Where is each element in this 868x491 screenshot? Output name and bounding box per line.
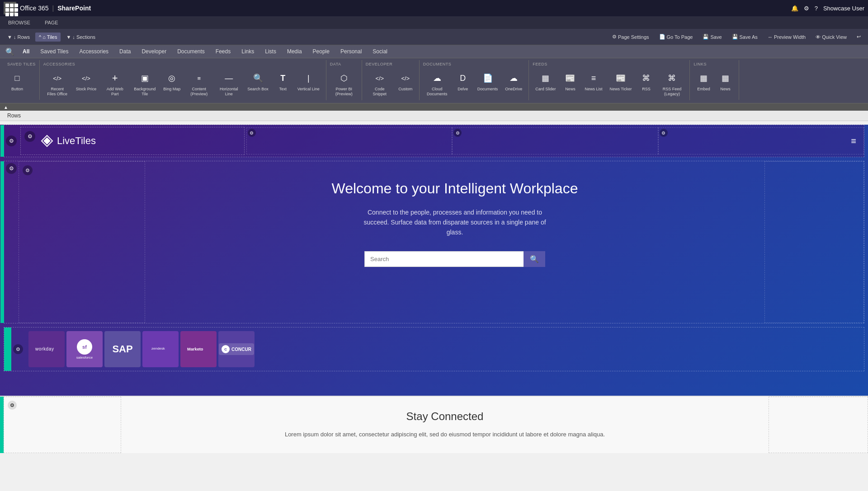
search-box-tile[interactable]: 🔍 Search Box — [245, 69, 271, 98]
page-tab[interactable]: PAGE — [42, 18, 61, 27]
news-ticker-tile[interactable]: 📰 News Ticker — [607, 69, 634, 98]
card-slider-label: Card Slider — [535, 87, 556, 92]
user-account[interactable]: Showcase User — [823, 5, 864, 12]
salesforce-icon: sf — [77, 339, 92, 355]
onedrive-label: OneDrive — [505, 87, 522, 92]
tiles-button[interactable]: ^ ⌂ Tiles — [35, 33, 61, 42]
cat-documents[interactable]: Documents — [175, 47, 208, 56]
code-snippet-label: Code Snippet — [368, 87, 391, 97]
page-settings-button[interactable]: ⚙ Page Settings — [609, 32, 653, 42]
vertical-line-tile[interactable]: | Vertical Line — [295, 69, 322, 98]
header-row: ⚙ ⚙ LiveTiles ⚙ ⚙ ⚙ ≡ — [4, 125, 864, 157]
settings-icon[interactable]: ⚙ — [804, 5, 809, 12]
browse-tab[interactable]: BROWSE — [5, 18, 33, 27]
search-input[interactable] — [364, 251, 524, 267]
cat-data[interactable]: Data — [117, 47, 133, 56]
cat-all[interactable]: All — [20, 47, 32, 56]
add-web-part-icon: + — [108, 71, 122, 85]
salesforce-label: salesforce — [76, 355, 93, 360]
news-list-tile[interactable]: ≡ News List — [582, 69, 605, 98]
cloud-docs-tile[interactable]: ☁ Cloud Documents — [423, 69, 451, 98]
documents-tile[interactable]: 📄 Documents — [475, 69, 501, 98]
custom-tile[interactable]: </> Custom — [396, 69, 415, 98]
rss-tile[interactable]: ⌘ RSS — [636, 69, 656, 98]
nav-col-1-gear[interactable]: ⚙ — [248, 129, 256, 137]
cat-links[interactable]: Links — [239, 47, 257, 56]
links-label: LINKS — [693, 62, 735, 66]
horizontal-line-tile[interactable]: — Horizontal Line — [215, 69, 243, 98]
preview-width-button[interactable]: ↔ Preview Width — [764, 33, 809, 42]
save-button[interactable]: 💾 Save — [699, 32, 725, 42]
feeds-group: FEEDS ▦ Card Slider 📰 News ≡ News List 📰… — [529, 60, 690, 100]
embed-tile[interactable]: ▦ Embed — [693, 69, 713, 94]
recent-files-tile[interactable]: </> Recent Files Office — [43, 69, 71, 98]
category-search-icon[interactable]: 🔍 — [5, 47, 14, 56]
nav-col-3-gear[interactable]: ⚙ — [660, 129, 668, 137]
cat-accessories[interactable]: Accessories — [76, 47, 111, 56]
custom-label: Custom — [398, 87, 412, 92]
rows-section-label: Rows — [0, 111, 868, 121]
ribbon-toolbar: ▼ ↓ Rows ^ ⌂ Tiles ▼ ↓ Sections ⚙ Page S… — [0, 29, 868, 45]
header-row-gear[interactable]: ⚙ — [6, 136, 17, 146]
background-tile-tile[interactable]: ▣ Background Tile — [131, 69, 159, 98]
livetiles-logo: LiveTiles — [41, 135, 96, 147]
button-tile[interactable]: □ Button — [7, 69, 27, 94]
ribbon-nav: BROWSE PAGE — [0, 16, 868, 29]
go-to-page-button[interactable]: 📄 Go To Page — [656, 32, 697, 42]
cat-developer[interactable]: Developer — [139, 47, 169, 56]
hamburger-menu[interactable]: ≡ — [851, 136, 856, 146]
saved-tiles-group: SAVED TILES □ Button — [4, 60, 40, 100]
rows-button[interactable]: ▼ ↓ Rows — [4, 33, 33, 42]
news-tile[interactable]: 📰 News — [560, 69, 580, 98]
cat-lists[interactable]: Lists — [262, 47, 279, 56]
delve-tile[interactable]: D Delve — [453, 69, 473, 98]
quick-view-button[interactable]: 👁 Quick View — [812, 33, 850, 42]
hero-row-gear[interactable]: ⚙ — [6, 163, 17, 174]
content-preview-tile[interactable]: ≡ Content (Preview) — [185, 69, 213, 98]
bing-map-tile[interactable]: ◎ Bing Map — [160, 69, 183, 98]
card-slider-tile[interactable]: ▦ Card Slider — [533, 69, 558, 98]
save-as-button[interactable]: 💾 Save As — [728, 32, 761, 42]
svg-text:workday: workday — [35, 346, 54, 351]
code-snippet-tile[interactable]: </> Code Snippet — [366, 69, 394, 98]
workday-tile[interactable]: workday — [28, 331, 65, 367]
hero-left-col-gear[interactable]: ⚙ — [23, 165, 33, 175]
rss-feed-legacy-tile[interactable]: ⌘ RSS Feed (Legacy) — [658, 69, 686, 98]
cat-personal[interactable]: Personal — [338, 47, 364, 56]
stay-col-gear[interactable]: ⚙ — [8, 401, 17, 410]
bing-map-icon: ◎ — [165, 71, 179, 85]
stock-price-tile[interactable]: </> Stock Price — [73, 69, 99, 98]
salesforce-tile[interactable]: sf salesforce — [66, 331, 103, 367]
logo-col-gear[interactable]: ⚙ — [24, 131, 35, 142]
cat-people[interactable]: People — [310, 47, 332, 56]
collapse-toolbar[interactable]: ▲ — [0, 103, 868, 111]
sections-button[interactable]: ▼ ↓ Sections — [62, 33, 99, 42]
add-web-part-tile[interactable]: + Add Web Part — [101, 69, 129, 98]
waffle-menu[interactable] — [4, 2, 16, 14]
rss-feed-legacy-label: RSS Feed (Legacy) — [660, 87, 683, 97]
nav-col-2-gear[interactable]: ⚙ — [453, 129, 462, 137]
cat-social[interactable]: Social — [370, 47, 390, 56]
vertical-line-label: Vertical Line — [297, 87, 320, 92]
app-tiles-gear[interactable]: ⚙ — [13, 344, 23, 354]
cat-saved[interactable]: Saved Tiles — [38, 47, 71, 56]
power-bi-tile[interactable]: ⬡ Power BI (Preview) — [330, 69, 358, 98]
concur-tile[interactable]: C CONCUR — [218, 331, 255, 367]
marketo-icon: Marketo — [187, 343, 210, 355]
marketo-tile[interactable]: Marketo — [180, 331, 217, 367]
onedrive-tile[interactable]: ☁ OneDrive — [502, 69, 525, 98]
documents-group: DOCUMENTS ☁ Cloud Documents D Delve 📄 Do… — [420, 60, 529, 100]
help-icon[interactable]: ? — [815, 5, 818, 12]
search-button[interactable]: 🔍 — [524, 251, 545, 267]
zendesk-tile[interactable]: zendesk — [142, 331, 179, 367]
notifications-icon[interactable]: 🔔 — [791, 5, 798, 12]
add-web-part-label: Add Web Part — [104, 87, 126, 97]
news-label: News — [565, 87, 576, 92]
developer-group: DEVELOPER </> Code Snippet </> Custom — [362, 60, 420, 100]
cat-media[interactable]: Media — [284, 47, 305, 56]
text-tile[interactable]: T Text — [273, 69, 293, 98]
sap-tile[interactable]: SAP — [104, 331, 141, 367]
news-links-tile[interactable]: ▦ News — [715, 69, 735, 94]
back-button[interactable]: ↩ — [853, 32, 864, 42]
cat-feeds[interactable]: Feeds — [213, 47, 233, 56]
